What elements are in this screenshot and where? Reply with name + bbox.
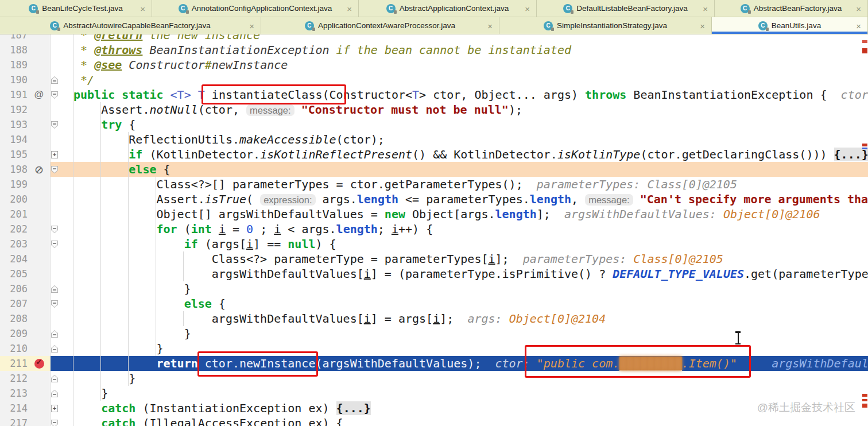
fold-marker-icon[interactable]: [51, 285, 58, 293]
code-text[interactable]: }: [73, 386, 868, 401]
code-line-body[interactable]: catch (IllegalAccessException ex) {: [51, 416, 868, 426]
code-text[interactable]: else {: [73, 162, 868, 177]
code-text[interactable]: else {: [73, 296, 868, 311]
fold-marker-icon[interactable]: [51, 91, 58, 99]
close-icon[interactable]: ×: [487, 21, 493, 30]
code-line-body[interactable]: if (args[i] == null) {: [51, 237, 868, 251]
code-text[interactable]: Class<?>[] parameterTypes = ctor.getPara…: [73, 177, 868, 192]
fold-marker-icon[interactable]: [51, 241, 58, 248]
code-line-body[interactable]: * @see Constructor#newInstance: [51, 57, 868, 72]
fold-marker-icon[interactable]: [51, 390, 58, 397]
code-text[interactable]: Class<?> parameterType = parameterTypes[…: [73, 251, 868, 266]
code-text[interactable]: public static <T> T instantiateClass(Con…: [73, 87, 868, 102]
code-line-body[interactable]: argsWithDefaultValues[i] = (parameterTyp…: [51, 266, 868, 281]
line-gutter[interactable]: 212: [0, 371, 51, 386]
code-line-body[interactable]: }: [51, 326, 868, 341]
code-line-body[interactable]: Class<?>[] parameterTypes = ctor.getPara…: [51, 177, 868, 192]
line-gutter[interactable]: 187: [0, 34, 51, 42]
fold-marker-icon[interactable]: [51, 166, 58, 173]
line-gutter[interactable]: 211✓: [0, 356, 51, 371]
line-gutter[interactable]: 214: [0, 401, 51, 416]
code-line-body[interactable]: Object[] argsWithDefaultValues = new Obj…: [51, 207, 868, 222]
fold-marker-icon[interactable]: [51, 76, 58, 84]
code-text[interactable]: * @return the new instance: [73, 34, 868, 42]
code-line-body[interactable]: }: [51, 386, 868, 401]
code-line-body[interactable]: ReflectionUtils.makeAccessible(ctor);: [51, 132, 868, 147]
line-gutter[interactable]: 208: [0, 311, 51, 326]
code-line-body[interactable]: * @return the new instance: [51, 34, 868, 42]
fold-marker-icon[interactable]: [51, 375, 58, 382]
fold-marker-icon[interactable]: [51, 345, 58, 353]
line-gutter[interactable]: 202: [0, 222, 51, 237]
line-gutter[interactable]: 201: [0, 207, 51, 222]
line-gutter[interactable]: 198⊘: [0, 162, 51, 177]
code-text[interactable]: catch (InstantiationException ex) {...}: [73, 401, 868, 416]
fold-marker-icon[interactable]: [51, 121, 58, 129]
error-stripe-mark[interactable]: [862, 404, 867, 408]
code-text[interactable]: Assert.notNull(ctor, message: "Construct…: [73, 102, 868, 118]
line-gutter[interactable]: 189: [0, 57, 51, 72]
code-line-body[interactable]: + catch (InstantiationException ex) {...…: [51, 401, 868, 416]
code-text[interactable]: try {: [73, 117, 868, 132]
code-text[interactable]: catch (IllegalAccessException ex) {: [73, 416, 868, 426]
code-text[interactable]: */: [73, 72, 868, 87]
close-icon[interactable]: ×: [703, 4, 708, 13]
fold-marker-icon[interactable]: +: [51, 405, 58, 412]
code-text[interactable]: }: [73, 326, 868, 341]
code-text[interactable]: if (args[i] == null) {: [73, 237, 868, 251]
line-gutter[interactable]: 194: [0, 132, 51, 147]
error-stripe-mark[interactable]: [862, 148, 867, 149]
code-line-body[interactable]: + if (KotlinDetector.isKotlinReflectPres…: [51, 147, 868, 162]
fold-marker-icon[interactable]: [51, 330, 58, 338]
error-stripe-mark[interactable]: [862, 40, 867, 43]
code-text[interactable]: }: [73, 281, 868, 296]
editor-tab[interactable]: CDefaultListableBeanFactory.java×: [537, 0, 715, 17]
line-gutter[interactable]: 195: [0, 147, 51, 162]
code-text[interactable]: * @see Constructor#newInstance: [73, 57, 868, 72]
code-text[interactable]: Object[] argsWithDefaultValues = new Obj…: [73, 207, 868, 222]
close-icon[interactable]: ×: [700, 21, 705, 30]
line-gutter[interactable]: 204: [0, 251, 51, 266]
editor-tab[interactable]: CBeanLifeCycleTest.java×: [0, 0, 152, 17]
line-gutter[interactable]: 190: [0, 72, 51, 87]
code-line-body[interactable]: argsWithDefaultValues[i] = args[i]; args…: [51, 311, 868, 326]
line-gutter[interactable]: 192: [0, 102, 51, 117]
fold-marker-icon[interactable]: [51, 226, 58, 233]
line-gutter[interactable]: 206: [0, 281, 51, 296]
line-gutter[interactable]: 210: [0, 341, 51, 356]
close-icon[interactable]: ×: [856, 21, 861, 30]
line-gutter[interactable]: 209: [0, 326, 51, 341]
line-gutter[interactable]: 188: [0, 42, 51, 57]
code-line-body[interactable]: */: [51, 72, 868, 87]
error-stripe-mark[interactable]: [862, 48, 867, 53]
fold-marker-icon[interactable]: [51, 420, 58, 426]
code-line-body[interactable]: Class<?> parameterType = parameterTypes[…: [51, 251, 868, 266]
code-line-body[interactable]: else {: [51, 296, 868, 311]
code-text[interactable]: * @throws BeanInstantiationException if …: [73, 42, 868, 57]
line-gutter[interactable]: 203: [0, 237, 51, 251]
code-text[interactable]: argsWithDefaultValues[i] = args[i]; args…: [73, 311, 868, 326]
close-icon[interactable]: ×: [525, 4, 530, 13]
close-icon[interactable]: ×: [140, 4, 145, 13]
fold-marker-icon[interactable]: +: [51, 151, 58, 158]
line-gutter[interactable]: 217: [0, 416, 51, 426]
error-stripe-mark[interactable]: [862, 144, 867, 146]
code-line-body[interactable]: Assert.notNull(ctor, message: "Construct…: [51, 102, 868, 117]
line-gutter[interactable]: 200: [0, 192, 51, 207]
error-stripe-mark[interactable]: [862, 394, 867, 397]
code-line-body[interactable]: Assert.isTrue( expression: args.length <…: [51, 192, 868, 207]
close-icon[interactable]: ×: [249, 21, 254, 30]
code-text[interactable]: Assert.isTrue( expression: args.length <…: [73, 192, 868, 207]
code-line-body[interactable]: for (int i = 0 ; i < args.length; i++) {: [51, 222, 868, 237]
code-text[interactable]: if (KotlinDetector.isKotlinReflectPresen…: [73, 147, 868, 162]
close-icon[interactable]: ×: [347, 4, 352, 13]
muted-breakpoint-icon[interactable]: ⊘: [34, 163, 44, 176]
close-icon[interactable]: ×: [856, 4, 861, 13]
editor-tab[interactable]: CAbstractApplicationContext.java×: [359, 0, 537, 17]
line-gutter[interactable]: 213: [0, 386, 51, 401]
editor-tab[interactable]: CApplicationContextAwareProcessor.java×: [261, 17, 499, 34]
code-text[interactable]: argsWithDefaultValues[i] = (parameterTyp…: [73, 266, 868, 281]
error-stripe-mark[interactable]: [862, 399, 867, 401]
code-line-body[interactable]: }: [51, 281, 868, 296]
code-line-body[interactable]: else {: [51, 162, 868, 177]
